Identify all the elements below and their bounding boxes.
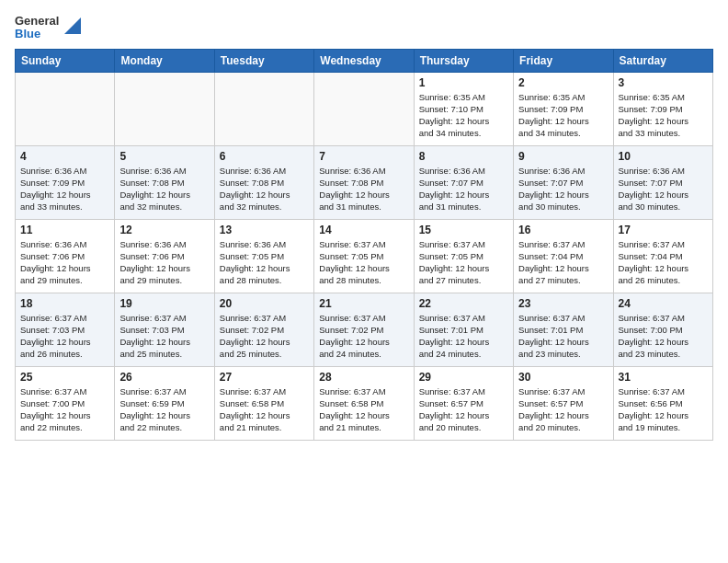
day-number: 18: [20, 297, 109, 310]
day-info: Sunrise: 6:36 AM Sunset: 7:06 PM Dayligh…: [119, 238, 209, 287]
day-number: 15: [419, 224, 508, 236]
calendar-cell: [16, 72, 115, 145]
calendar-cell: 14Sunrise: 6:37 AM Sunset: 7:05 PM Dayli…: [314, 219, 414, 293]
header-thursday: Thursday: [414, 49, 513, 72]
day-number: 6: [220, 150, 309, 163]
calendar-cell: 28Sunrise: 6:37 AM Sunset: 6:58 PM Dayli…: [314, 366, 414, 440]
page-header: General Blue: [15, 15, 713, 41]
day-info: Sunrise: 6:37 AM Sunset: 7:05 PM Dayligh…: [419, 238, 508, 287]
calendar-cell: 7Sunrise: 6:36 AM Sunset: 7:08 PM Daylig…: [314, 145, 414, 219]
day-number: 14: [319, 224, 408, 236]
calendar-cell: 8Sunrise: 6:36 AM Sunset: 7:07 PM Daylig…: [414, 145, 513, 219]
day-number: 25: [20, 371, 109, 384]
day-number: 8: [419, 150, 508, 163]
calendar-cell: 17Sunrise: 6:37 AM Sunset: 7:04 PM Dayli…: [613, 219, 712, 293]
day-number: 21: [319, 297, 408, 310]
calendar-cell: 9Sunrise: 6:36 AM Sunset: 7:07 PM Daylig…: [514, 145, 613, 219]
day-info: Sunrise: 6:35 AM Sunset: 7:09 PM Dayligh…: [518, 91, 608, 140]
day-info: Sunrise: 6:37 AM Sunset: 7:03 PM Dayligh…: [20, 312, 109, 361]
calendar-cell: 16Sunrise: 6:37 AM Sunset: 7:04 PM Dayli…: [514, 219, 613, 293]
calendar-cell: 19Sunrise: 6:37 AM Sunset: 7:03 PM Dayli…: [115, 293, 214, 366]
calendar-cell: [214, 72, 313, 145]
day-info: Sunrise: 6:36 AM Sunset: 7:05 PM Dayligh…: [220, 238, 309, 287]
day-info: Sunrise: 6:37 AM Sunset: 7:02 PM Dayligh…: [220, 312, 309, 361]
day-info: Sunrise: 6:36 AM Sunset: 7:07 PM Dayligh…: [419, 165, 508, 213]
day-number: 4: [20, 150, 109, 163]
calendar-cell: 26Sunrise: 6:37 AM Sunset: 6:59 PM Dayli…: [115, 366, 214, 440]
calendar-cell: 29Sunrise: 6:37 AM Sunset: 6:57 PM Dayli…: [414, 366, 513, 440]
calendar-week-row: 11Sunrise: 6:36 AM Sunset: 7:06 PM Dayli…: [16, 219, 713, 293]
day-info: Sunrise: 6:37 AM Sunset: 6:57 PM Dayligh…: [419, 385, 508, 434]
calendar-cell: 2Sunrise: 6:35 AM Sunset: 7:09 PM Daylig…: [514, 72, 613, 145]
calendar-cell: [115, 72, 214, 145]
calendar-week-row: 18Sunrise: 6:37 AM Sunset: 7:03 PM Dayli…: [16, 293, 713, 366]
day-info: Sunrise: 6:36 AM Sunset: 7:06 PM Dayligh…: [20, 238, 109, 287]
day-info: Sunrise: 6:37 AM Sunset: 7:01 PM Dayligh…: [518, 312, 608, 361]
day-number: 28: [319, 371, 408, 384]
day-info: Sunrise: 6:35 AM Sunset: 7:09 PM Dayligh…: [619, 91, 708, 140]
day-number: 29: [419, 371, 508, 384]
calendar-cell: 1Sunrise: 6:35 AM Sunset: 7:10 PM Daylig…: [414, 72, 513, 145]
day-info: Sunrise: 6:36 AM Sunset: 7:08 PM Dayligh…: [220, 165, 309, 213]
header-monday: Monday: [115, 49, 214, 72]
calendar-table: SundayMondayTuesdayWednesdayThursdayFrid…: [15, 49, 713, 441]
day-number: 16: [518, 224, 608, 236]
day-info: Sunrise: 6:36 AM Sunset: 7:09 PM Dayligh…: [20, 165, 109, 213]
day-info: Sunrise: 6:36 AM Sunset: 7:07 PM Dayligh…: [619, 165, 708, 213]
day-number: 10: [619, 150, 708, 163]
day-number: 5: [119, 150, 209, 163]
header-saturday: Saturday: [613, 49, 712, 72]
day-number: 3: [619, 76, 708, 89]
calendar-cell: 30Sunrise: 6:37 AM Sunset: 6:57 PM Dayli…: [514, 366, 613, 440]
logo-blue-text: Blue: [15, 28, 40, 40]
day-info: Sunrise: 6:37 AM Sunset: 6:58 PM Dayligh…: [220, 385, 309, 434]
day-number: 26: [119, 371, 209, 384]
day-info: Sunrise: 6:37 AM Sunset: 7:01 PM Dayligh…: [419, 312, 508, 361]
calendar-cell: 3Sunrise: 6:35 AM Sunset: 7:09 PM Daylig…: [613, 72, 712, 145]
day-info: Sunrise: 6:37 AM Sunset: 6:59 PM Dayligh…: [119, 385, 209, 434]
day-info: Sunrise: 6:37 AM Sunset: 7:02 PM Dayligh…: [319, 312, 408, 361]
day-info: Sunrise: 6:37 AM Sunset: 7:00 PM Dayligh…: [619, 312, 708, 361]
day-number: 9: [518, 150, 608, 163]
svg-marker-0: [64, 17, 81, 34]
calendar-cell: 5Sunrise: 6:36 AM Sunset: 7:08 PM Daylig…: [115, 145, 214, 219]
day-info: Sunrise: 6:37 AM Sunset: 7:00 PM Dayligh…: [20, 385, 109, 434]
day-info: Sunrise: 6:36 AM Sunset: 7:08 PM Dayligh…: [119, 165, 209, 213]
day-number: 20: [220, 297, 309, 310]
day-info: Sunrise: 6:37 AM Sunset: 7:03 PM Dayligh…: [119, 312, 209, 361]
calendar-cell: 25Sunrise: 6:37 AM Sunset: 7:00 PM Dayli…: [16, 366, 115, 440]
calendar-cell: 6Sunrise: 6:36 AM Sunset: 7:08 PM Daylig…: [214, 145, 313, 219]
header-friday: Friday: [514, 49, 613, 72]
day-info: Sunrise: 6:37 AM Sunset: 7:04 PM Dayligh…: [518, 238, 608, 287]
day-number: 12: [119, 224, 209, 236]
day-info: Sunrise: 6:36 AM Sunset: 7:08 PM Dayligh…: [319, 165, 408, 213]
calendar-cell: 10Sunrise: 6:36 AM Sunset: 7:07 PM Dayli…: [613, 145, 712, 219]
day-info: Sunrise: 6:37 AM Sunset: 6:56 PM Dayligh…: [619, 385, 708, 434]
day-info: Sunrise: 6:36 AM Sunset: 7:07 PM Dayligh…: [518, 165, 608, 213]
calendar-cell: 15Sunrise: 6:37 AM Sunset: 7:05 PM Dayli…: [414, 219, 513, 293]
day-number: 2: [518, 76, 608, 89]
calendar-cell: 20Sunrise: 6:37 AM Sunset: 7:02 PM Dayli…: [214, 293, 313, 366]
day-number: 1: [419, 76, 508, 89]
day-number: 22: [419, 297, 508, 310]
calendar-cell: 27Sunrise: 6:37 AM Sunset: 6:58 PM Dayli…: [214, 366, 313, 440]
calendar-cell: 18Sunrise: 6:37 AM Sunset: 7:03 PM Dayli…: [16, 293, 115, 366]
day-number: 30: [518, 371, 608, 384]
calendar-cell: 22Sunrise: 6:37 AM Sunset: 7:01 PM Dayli…: [414, 293, 513, 366]
calendar-cell: 23Sunrise: 6:37 AM Sunset: 7:01 PM Dayli…: [514, 293, 613, 366]
day-number: 11: [20, 224, 109, 236]
calendar-cell: 21Sunrise: 6:37 AM Sunset: 7:02 PM Dayli…: [314, 293, 414, 366]
day-number: 7: [319, 150, 408, 163]
calendar-cell: 4Sunrise: 6:36 AM Sunset: 7:09 PM Daylig…: [16, 145, 115, 219]
day-number: 23: [518, 297, 608, 310]
day-number: 24: [619, 297, 708, 310]
calendar-cell: 13Sunrise: 6:36 AM Sunset: 7:05 PM Dayli…: [214, 219, 313, 293]
day-number: 19: [119, 297, 209, 310]
day-info: Sunrise: 6:37 AM Sunset: 6:57 PM Dayligh…: [518, 385, 608, 434]
header-tuesday: Tuesday: [214, 49, 313, 72]
calendar-week-row: 4Sunrise: 6:36 AM Sunset: 7:09 PM Daylig…: [16, 145, 713, 219]
calendar-cell: 11Sunrise: 6:36 AM Sunset: 7:06 PM Dayli…: [16, 219, 115, 293]
logo: General Blue: [15, 15, 81, 41]
day-info: Sunrise: 6:37 AM Sunset: 7:05 PM Dayligh…: [319, 238, 408, 287]
header-sunday: Sunday: [16, 49, 115, 72]
